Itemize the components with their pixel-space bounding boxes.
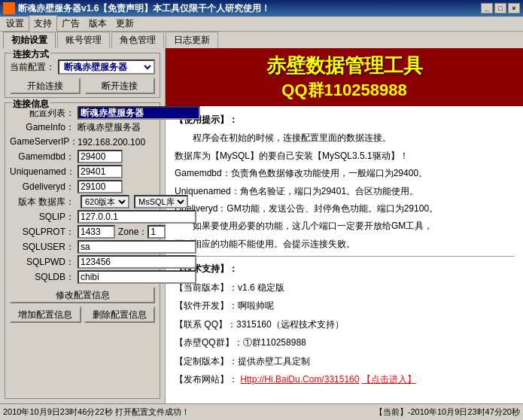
- uniquenamed-row: Uniquenamed：: [10, 165, 155, 178]
- gameserverip-label: GameServerIP：: [10, 135, 78, 148]
- menu-item-update[interactable]: 更新: [111, 16, 138, 32]
- tech-title: 【技术支持】：: [175, 261, 514, 276]
- website-label: 【发布网站】：: [175, 374, 238, 385]
- gameinfo-value: 断魂赤壁服务器: [78, 121, 155, 134]
- custom-info: 【定制版本】：提供赤壁工具定制: [175, 354, 514, 370]
- header-qq: QQ群110258988: [173, 79, 515, 102]
- uniquenamed-label: Uniquenamed：: [10, 166, 78, 178]
- version-row: 版本 数据库： 620版本 MsSQL库: [10, 195, 155, 208]
- main-area: 连接方式 当前配置： 断魂赤壁服务器 开始连接 断开连接 连接信息 配置列表： …: [0, 48, 523, 403]
- sqlpwd-row: SQLPWD：: [10, 255, 155, 269]
- tab-account-management[interactable]: 账号管理: [57, 32, 110, 48]
- tip6: 如果要使用必要的功能，这几个端口一定要开放给GM工具，: [175, 218, 514, 233]
- sqldb-input[interactable]: [78, 270, 196, 284]
- right-header: 赤壁数据管理工具 QQ群110258988: [166, 48, 523, 106]
- menu-bar: 设置 支持 广告 版本 更新: [0, 17, 523, 32]
- tip3: Gamemdbd：负责角色数据修改功能使用，一般端口为29400。: [175, 166, 514, 181]
- status-right: 【当前】-2010年10月9日23时47分20秒: [375, 406, 520, 418]
- connect-btn-row: 开始连接 断开连接: [10, 78, 155, 94]
- bottom-btns: 修改配置信息 增加配置信息 删除配置信息: [10, 287, 155, 323]
- gameinfo-label: GameInfo：: [10, 121, 78, 134]
- delete-config-button[interactable]: 删除配置信息: [84, 306, 156, 323]
- connect-group: 连接方式 当前配置： 断魂赤壁服务器 开始连接 断开连接: [5, 53, 160, 98]
- right-panel: 赤壁数据管理工具 QQ群110258988 【使用提示】： 程序会在初始的时候，…: [166, 48, 523, 403]
- website-row: 【发布网站】： Http://Hi.BaiDu.Com/3315160 【点击进…: [175, 372, 514, 388]
- gameserverip-row: GameServerIP： 192.168.200.100: [10, 135, 155, 148]
- maximize-button[interactable]: □: [494, 3, 506, 14]
- zone-label: Zone：: [118, 226, 147, 239]
- sqlpwd-label: SQLPWD：: [10, 256, 78, 269]
- tab-bar: 初始设置 账号管理 角色管理 日志更新: [0, 32, 523, 48]
- title-bar-controls[interactable]: _ □ ×: [481, 3, 520, 14]
- version-select[interactable]: 620版本: [81, 195, 129, 208]
- tech-support: 【当前版本】：v1.6 稳定版 【软件开发】：啊啦帅呢 【联系 QQ】：3315…: [175, 280, 514, 389]
- tab-initial-settings[interactable]: 初始设置: [3, 32, 56, 48]
- left-panel: 连接方式 当前配置： 断魂赤壁服务器 开始连接 断开连接 连接信息 配置列表： …: [0, 48, 166, 403]
- sqldb-row: SQLDB：: [10, 270, 155, 284]
- title-bar-left: 断魂赤壁服务器v1.6【免责声明】本工具仅限干个人研究使用！: [3, 2, 270, 15]
- app-title: 断魂赤壁服务器v1.6【免责声明】本工具仅限干个人研究使用！: [18, 2, 270, 15]
- sqlprot-row: SQLPROT： Zone：: [10, 225, 155, 239]
- gamemdbd-label: Gamemdbd：: [10, 151, 78, 163]
- right-content: 【使用提示】： 程序会在初始的时候，连接配置里面的数据连接。 数据库为【MySQ…: [166, 106, 523, 403]
- dev-info: 【软件开发】：啊啦帅呢: [175, 298, 514, 315]
- connect-group-title: 连接方式: [11, 48, 50, 61]
- version-label: 版本 数据库：: [10, 196, 78, 208]
- current-config-label: 当前配置：: [10, 61, 55, 74]
- sqlprot-input[interactable]: [78, 225, 115, 239]
- gamemdbd-row: Gamemdbd：: [10, 150, 155, 163]
- gameinfo-row: GameInfo： 断魂赤壁服务器: [10, 121, 155, 134]
- modify-config-button[interactable]: 修改配置信息: [10, 287, 155, 303]
- config-list-input[interactable]: [78, 106, 200, 120]
- sqlip-label: SQLIP：: [10, 211, 78, 224]
- stop-connect-button[interactable]: 断开连接: [85, 78, 156, 94]
- website-url[interactable]: Http://Hi.BaiDu.Com/3315160: [240, 374, 359, 385]
- tips-title: 【使用提示】：: [175, 112, 514, 127]
- sqluser-label: SQLUSER：: [10, 241, 78, 254]
- tab-log-update[interactable]: 日志更新: [166, 32, 218, 48]
- sqluser-row: SQLUSER：: [10, 240, 155, 254]
- status-bar: 2010年10月9日23时46分22秒 打开配置文件成功！ 【当前】-2010年…: [0, 403, 523, 420]
- sqldb-label: SQLDB：: [10, 271, 78, 284]
- gamemdbd-input[interactable]: [78, 150, 123, 163]
- sqlpwd-input[interactable]: [78, 255, 196, 269]
- tip2: 数据库为【MySQL】的要自己安装【MySQL3.5.1驱动】！: [175, 148, 514, 163]
- add-config-button[interactable]: 增加配置信息: [10, 306, 81, 323]
- menu-item-support[interactable]: 支持: [29, 15, 57, 32]
- qq-info: 【联系 QQ】：3315160（远程技术支持）: [175, 317, 514, 333]
- info-group-title: 连接信息: [11, 98, 50, 111]
- tip7: 否则相应的功能不能使用。会提示连接失败。: [175, 236, 514, 251]
- gameserverip-value: 192.168.200.100: [78, 137, 155, 148]
- start-connect-button[interactable]: 开始连接: [10, 78, 81, 94]
- close-button[interactable]: ×: [508, 3, 520, 14]
- menu-item-version[interactable]: 版本: [84, 16, 111, 32]
- tip4: Uniquenamed：角色名验证，端口为29401。合区功能使用。: [175, 184, 514, 199]
- sqluser-input[interactable]: [78, 240, 196, 254]
- header-title: 赤壁数据管理工具: [173, 53, 515, 79]
- info-group: 连接信息 配置列表： GameInfo： 断魂赤壁服务器 GameServerI…: [5, 102, 160, 399]
- status-left: 2010年10月9日23时46分22秒 打开配置文件成功！: [3, 406, 190, 418]
- title-bar: 断魂赤壁服务器v1.6【免责声明】本工具仅限干个人研究使用！ _ □ ×: [0, 0, 523, 17]
- cbqq-info: 【赤壁QQ群】：①群110258988: [175, 335, 514, 352]
- sqlprot-label: SQLPROT：: [10, 226, 78, 239]
- connect-config-row: 当前配置： 断魂赤壁服务器: [10, 59, 155, 75]
- db-type-select[interactable]: MsSQL库: [134, 195, 188, 208]
- app-icon: [3, 2, 15, 14]
- tip5: Gdeliveryd：GM功能，发送公告、封停角色功能。端口为29100。: [175, 201, 514, 216]
- sqlip-row: SQLIP：: [10, 210, 155, 224]
- minimize-button[interactable]: _: [481, 3, 493, 14]
- gdeliveryd-label: Gdeliveryd：: [10, 181, 78, 193]
- zone-input[interactable]: [147, 225, 166, 239]
- uniquenamed-input[interactable]: [78, 165, 123, 178]
- config-dropdown[interactable]: 断魂赤壁服务器: [58, 59, 155, 75]
- version-info: 【当前版本】：v1.6 稳定版: [175, 280, 514, 297]
- sqlip-input[interactable]: [78, 210, 196, 224]
- website-link[interactable]: 【点击进入】: [362, 374, 416, 385]
- gdeliveryd-row: Gdeliveryd：: [10, 180, 155, 193]
- menu-item-ads[interactable]: 广告: [57, 16, 84, 32]
- menu-item-settings[interactable]: 设置: [2, 16, 29, 32]
- tip1: 程序会在初始的时候，连接配置里面的数据连接。: [175, 130, 514, 145]
- gdeliveryd-input[interactable]: [78, 180, 123, 193]
- tab-role-management[interactable]: 角色管理: [111, 32, 164, 48]
- divider: [175, 256, 514, 257]
